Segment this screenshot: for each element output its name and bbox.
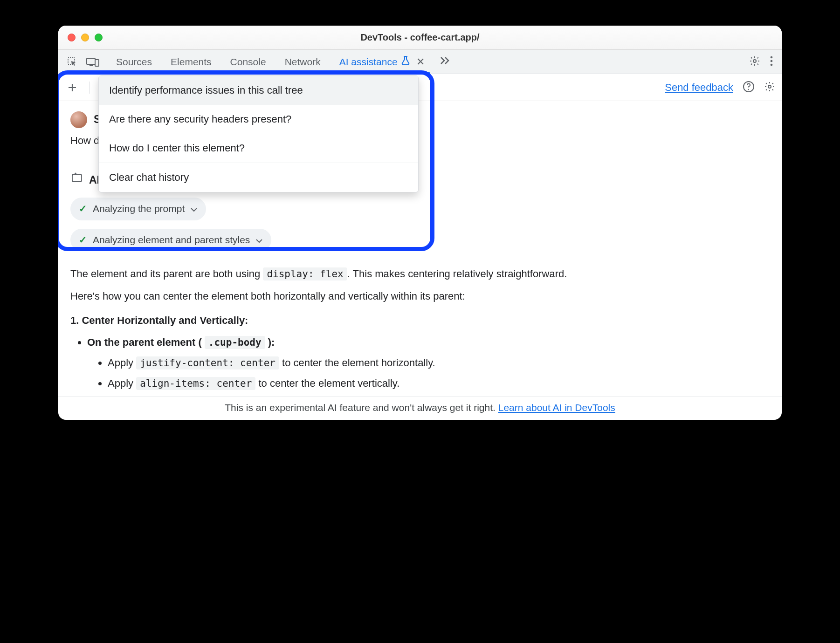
svg-point-4 (771, 56, 773, 58)
device-toolbar-icon[interactable] (83, 50, 103, 74)
titlebar: DevTools - coffee-cart.app/ (58, 26, 782, 50)
user-avatar (70, 111, 87, 128)
flask-icon (401, 56, 410, 68)
tabs: Sources Elements Console Network AI assi… (107, 50, 456, 74)
svg-point-9 (768, 85, 771, 88)
close-tab-icon[interactable]: ✕ (416, 56, 425, 68)
svg-rect-10 (72, 174, 82, 182)
history-item[interactable]: Are there any security headers present? (99, 105, 418, 134)
check-icon: ✓ (79, 201, 87, 217)
list-item: Apply align-items: center to center the … (108, 376, 770, 391)
chevron-down-icon (190, 201, 198, 217)
svg-point-5 (771, 60, 773, 62)
check-icon: ✓ (79, 233, 87, 248)
tab-sources[interactable]: Sources (107, 50, 161, 74)
tabs-overflow[interactable] (434, 50, 456, 74)
svg-rect-2 (95, 60, 99, 66)
svg-point-3 (753, 60, 756, 62)
window-title: DevTools - coffee-cart.app/ (58, 32, 782, 43)
list-item: Apply justify-content: center to center … (108, 355, 770, 371)
list-item: On the parent element ( .cup-body ): App… (87, 335, 770, 391)
tab-label: Elements (171, 56, 212, 68)
tab-console[interactable]: Console (221, 50, 275, 74)
inspect-element-icon[interactable] (62, 50, 83, 74)
svg-rect-1 (87, 58, 95, 64)
settings-gear-icon[interactable] (749, 55, 760, 68)
tab-elements[interactable]: Elements (161, 50, 221, 74)
tab-ai-assistance[interactable]: AI assistance ✕ (330, 50, 434, 74)
ai-sparkle-icon (70, 171, 83, 189)
ai-paragraph: Here's how you can center the element bo… (70, 288, 770, 304)
tab-label: Network (285, 56, 321, 68)
learn-more-link[interactable]: Learn about AI in DevTools (498, 402, 615, 413)
help-icon[interactable] (743, 81, 755, 95)
devtools-window: DevTools - coffee-cart.app/ Sources Elem… (58, 26, 782, 420)
zoom-window-button[interactable] (95, 34, 103, 41)
close-window-button[interactable] (68, 34, 76, 41)
instruction-list: On the parent element ( .cup-body ): App… (70, 335, 770, 391)
code-inline: display: flex (263, 267, 347, 280)
panel-body: Send feedback S How do I center this ele… (58, 74, 782, 420)
svg-point-6 (771, 63, 773, 66)
analysis-step[interactable]: ✓ Analyzing element and parent styles (70, 229, 271, 252)
tab-label: AI assistance (339, 56, 398, 68)
clear-history-item[interactable]: Clear chat history (99, 163, 418, 192)
footer: This is an experimental AI feature and w… (58, 396, 782, 420)
step-label: Analyzing the prompt (93, 201, 185, 217)
history-item[interactable]: How do I center this element? (99, 134, 418, 163)
code-inline: .cup-body (205, 336, 265, 349)
send-feedback-link[interactable]: Send feedback (665, 82, 733, 94)
tabbar: Sources Elements Console Network AI assi… (58, 50, 782, 74)
code-inline: justify-content: center (136, 356, 279, 369)
chevrons-right-icon (440, 56, 451, 68)
section-heading: 1. Center Horizontally and Vertically: (70, 313, 770, 328)
history-item[interactable]: Identify performance issues in this call… (99, 76, 418, 105)
tab-label: Console (230, 56, 266, 68)
traffic-lights (58, 34, 103, 41)
footer-text: This is an experimental AI feature and w… (225, 402, 498, 413)
minimize-window-button[interactable] (81, 34, 89, 41)
chevron-down-icon (255, 233, 263, 248)
history-dropdown: Identify performance issues in this call… (98, 75, 419, 192)
svg-point-8 (748, 89, 749, 90)
chat-content: S How do I center this element? AI ✓ Ana… (58, 101, 782, 391)
kebab-menu-icon[interactable] (770, 55, 773, 68)
step-label: Analyzing element and parent styles (93, 233, 250, 248)
new-chat-button[interactable] (65, 80, 80, 95)
analysis-step[interactable]: ✓ Analyzing the prompt (70, 198, 206, 220)
panel-settings-icon[interactable] (764, 81, 775, 94)
tab-network[interactable]: Network (275, 50, 330, 74)
divider (89, 82, 90, 94)
tab-label: Sources (116, 56, 152, 68)
code-inline: align-items: center (136, 377, 255, 390)
ai-paragraph: The element and its parent are both usin… (70, 266, 770, 282)
